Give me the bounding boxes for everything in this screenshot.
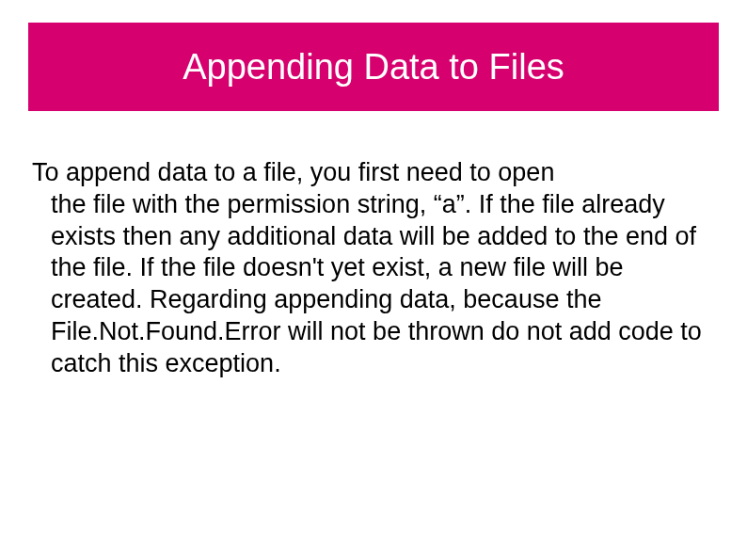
title-bar: Appending Data to Files (28, 23, 719, 111)
slide: Appending Data to Files To append data t… (0, 0, 747, 560)
slide-title: Appending Data to Files (183, 47, 564, 88)
body-area: To append data to a file, you first need… (32, 157, 715, 379)
body-line-rest: the file with the permission string, “a”… (32, 189, 715, 380)
body-line-first: To append data to a file, you first need… (32, 157, 715, 189)
body-text: To append data to a file, you first need… (32, 157, 715, 379)
